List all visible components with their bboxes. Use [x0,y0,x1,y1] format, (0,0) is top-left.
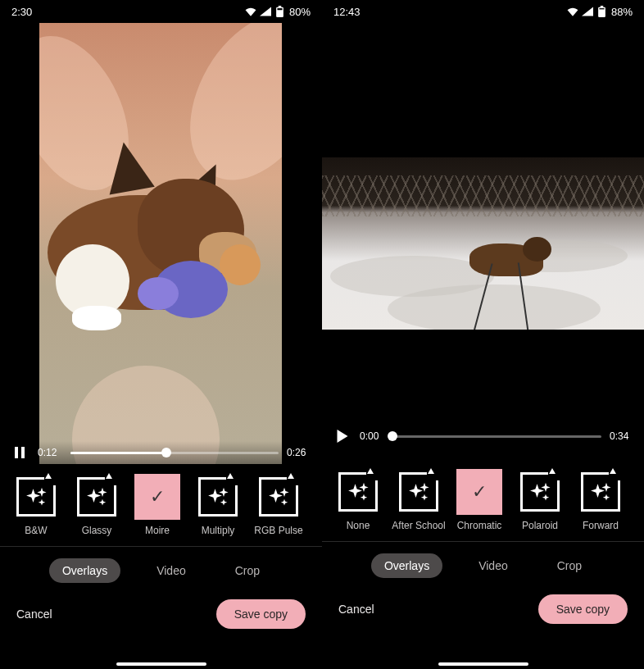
tab-overlays[interactable]: Overlays [371,553,442,578]
progress-slider[interactable] [392,435,601,438]
svg-rect-3 [15,447,18,458]
phone-right: 12:43 88% 0:00 [322,0,644,669]
sparkle-icon [399,472,438,512]
sparkle-icon [16,477,56,517]
duration: 0:26 [287,447,311,458]
svg-rect-7 [600,8,605,9]
play-icon[interactable] [332,430,351,443]
effect-label: Chromatic [451,520,507,531]
effect-multiply[interactable]: Multiply [190,474,246,536]
video-preview[interactable]: 0:12 0:26 [39,23,282,464]
category-tabs: OverlaysVideoCrop [0,547,322,594]
video-preview[interactable] [322,157,644,330]
effect-label: After School [391,520,447,531]
sparkle-icon [338,472,378,512]
video-preview-area: 0:12 0:26 [0,23,322,464]
wifi-icon [567,6,578,17]
status-right: 88% [567,6,633,18]
battery-pct: 88% [611,6,633,18]
effect-thumb [74,474,120,520]
svg-rect-1 [279,6,282,7]
svg-rect-4 [21,447,25,458]
effect-thumb [335,469,381,515]
progress-thumb[interactable] [388,431,397,441]
check-icon: ✓ [150,486,165,507]
tab-video[interactable]: Video [465,553,521,578]
bottom-actions: Cancel Save copy [322,589,644,639]
nav-handle[interactable] [438,662,528,666]
status-right: 80% [245,6,311,18]
sparkle-icon [259,477,298,517]
effect-none[interactable]: None [330,469,386,531]
sparkle-icon [198,477,238,517]
sparkle-icon [77,477,116,517]
current-time: 0:00 [360,430,384,442]
progress-slider[interactable] [70,452,279,454]
effect-forward[interactable]: Forward [573,469,628,531]
effect-polaroid[interactable]: Polaroid [512,469,568,531]
status-bar: 2:30 80% [0,0,322,23]
effect-thumb-selected: ✓ [456,469,502,515]
svg-rect-6 [601,6,604,7]
effect-thumb [578,469,624,515]
save-copy-button[interactable]: Save copy [216,599,306,629]
effect-glassy[interactable]: Glassy [69,474,125,536]
effect-label: B&W [8,525,64,536]
effect-thumb [517,469,563,515]
cancel-button[interactable]: Cancel [16,608,52,621]
sparkle-icon [520,472,560,512]
tab-video[interactable]: Video [143,558,199,583]
check-icon: ✓ [472,481,487,503]
effect-label: Glassy [69,525,125,536]
status-time: 12:43 [333,6,361,18]
wifi-icon [245,6,256,17]
effect-thumb-selected: ✓ [134,474,180,520]
save-copy-button[interactable]: Save copy [538,594,628,624]
svg-rect-2 [278,8,283,10]
battery-icon [596,6,608,17]
signal-icon [260,6,271,17]
effect-label: Polaroid [512,520,568,531]
effect-label: None [330,520,386,531]
effect-b-w[interactable]: B&W [8,474,64,536]
effect-thumb [195,474,241,520]
effect-chromatic[interactable]: ✓Chromatic [451,469,507,531]
effect-label: Moire [129,525,185,536]
effect-after-school[interactable]: After School [391,469,447,531]
effect-moire[interactable]: ✓Moire [129,474,185,536]
duration: 0:34 [610,430,634,442]
video-frame-image [322,157,644,330]
effect-thumb [256,474,302,520]
effect-thumb [396,469,442,515]
bottom-actions: Cancel Save copy [0,594,322,644]
video-preview-area [322,23,644,464]
effect-thumb [13,474,59,520]
status-time: 2:30 [11,6,32,18]
battery-pct: 80% [289,6,311,18]
progress-thumb[interactable] [161,448,171,457]
tab-crop[interactable]: Crop [544,553,595,578]
tab-overlays[interactable]: Overlays [49,558,120,583]
pause-icon[interactable] [10,446,29,459]
effects-carousel[interactable]: B&WGlassy✓MoireMultiplyRGB Pulse [0,464,322,539]
current-time: 0:12 [38,447,62,458]
nav-handle[interactable] [116,662,206,666]
effect-label: Multiply [190,525,246,536]
effect-rgb-pulse[interactable]: RGB Pulse [251,474,306,536]
signal-icon [582,6,593,17]
status-bar: 12:43 88% [322,0,644,23]
tab-crop[interactable]: Crop [222,558,273,583]
effect-label: Forward [573,520,628,531]
video-frame-image [39,23,282,464]
cancel-button[interactable]: Cancel [338,603,374,616]
sparkle-icon [581,472,620,512]
category-tabs: OverlaysVideoCrop [322,542,644,589]
effect-label: RGB Pulse [251,525,306,536]
video-controls: 0:00 0:34 [322,425,644,448]
progress-fill [70,452,166,454]
video-controls: 0:12 0:26 [39,441,282,464]
battery-icon [274,6,286,17]
phone-left: 2:30 80% [0,0,322,669]
effects-carousel[interactable]: NoneAfter School✓ChromaticPolaroidForwar… [322,459,644,535]
